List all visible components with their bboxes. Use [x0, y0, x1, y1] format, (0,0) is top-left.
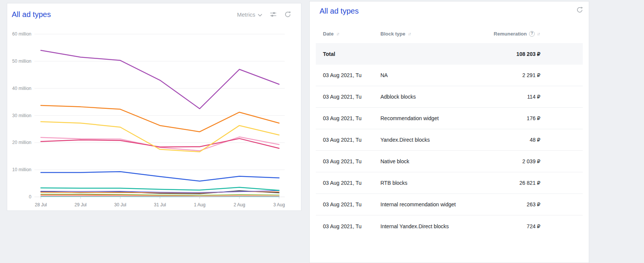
cell-block-type: Yandex.Direct blocks: [380, 137, 476, 143]
table-row[interactable]: 03 Aug 2021, Tu Adblock blocks 114 ₽: [316, 86, 583, 108]
x-axis-label: 31 Jul: [154, 202, 166, 207]
cell-date: 03 Aug 2021, Tu: [316, 158, 380, 164]
chart-line-light-pink: [41, 137, 279, 151]
y-axis-label: 50 million: [12, 59, 31, 64]
metrics-dropdown[interactable]: Metrics: [237, 11, 262, 18]
x-axis-label: 1 Aug: [194, 202, 206, 207]
chart-line-purple: [41, 50, 279, 108]
x-axis-label: 28 Jul: [35, 202, 47, 207]
cell-date: 03 Aug 2021, Tu: [316, 223, 380, 229]
total-remuneration: 108 203 ₽: [476, 51, 540, 57]
chart-controls: Metrics: [237, 11, 291, 18]
y-axis-label: 40 million: [12, 86, 31, 91]
chart-line-orange: [41, 105, 279, 132]
table-row[interactable]: 03 Aug 2021, Tu Native block 2 039 ₽: [316, 151, 583, 172]
cell-block-type: Internal recommendation widget: [380, 201, 476, 207]
cell-block-type: RTB blocks: [380, 180, 476, 186]
chevron-down-icon: [258, 11, 262, 18]
column-header-block-type[interactable]: Block type ↓↑: [380, 31, 476, 37]
cell-date: 03 Aug 2021, Tu: [316, 115, 380, 121]
column-header-remuneration[interactable]: Remuneration ? ↓↑: [476, 31, 540, 37]
chart-panel: All ad types Metrics: [7, 3, 301, 211]
refresh-icon[interactable]: [284, 11, 291, 18]
table-row[interactable]: 03 Aug 2021, Tu NA 2 291 ₽: [316, 65, 583, 86]
table-row[interactable]: 03 Aug 2021, Tu Recommendation widget 17…: [316, 108, 583, 129]
table-row[interactable]: 03 Aug 2021, Tu Yandex.Direct blocks 48 …: [316, 129, 583, 151]
sliders-icon[interactable]: [270, 11, 277, 18]
table-total-row[interactable]: Total 108 203 ₽: [316, 43, 583, 65]
cell-remuneration: 176 ₽: [476, 115, 540, 121]
column-header-date-label: Date: [323, 31, 334, 37]
chart-svg: 60 million50 million40 million30 million…: [7, 3, 302, 210]
cell-block-type: Recommendation widget: [380, 115, 476, 121]
cell-block-type: Internal Yandex.Direct blocks: [380, 223, 476, 229]
x-axis-label: 29 Jul: [74, 202, 87, 207]
chart-line-blue: [41, 172, 279, 181]
cell-remuneration: 2 291 ₽: [476, 72, 540, 78]
chart-panel-title: All ad types: [12, 10, 51, 19]
column-header-block-type-label: Block type: [380, 31, 405, 37]
y-axis-label: 0: [29, 194, 31, 200]
y-axis-label: 10 million: [12, 167, 31, 172]
chart-line-teal: [41, 187, 279, 190]
x-axis-label: 30 Jul: [114, 202, 126, 207]
chart-line-salmon: [41, 196, 279, 196]
table-row[interactable]: 03 Aug 2021, Tu RTB blocks 26 821 ₽: [316, 172, 583, 194]
cell-remuneration: 48 ₽: [476, 137, 540, 143]
column-header-remuneration-label: Remuneration: [494, 31, 527, 37]
remuneration-table: Date ↓↑ Block type ↓↑ Remuneration ? ↓↑ …: [316, 24, 583, 237]
cell-date: 03 Aug 2021, Tu: [316, 201, 380, 207]
cell-date: 03 Aug 2021, Tu: [316, 72, 380, 78]
table-row[interactable]: 03 Aug 2021, Tu Internal Yandex.Direct b…: [316, 215, 583, 237]
chart-panel-header: All ad types Metrics: [7, 3, 301, 25]
table-panel: All ad types Date ↓↑ Block type ↓↑ Remun…: [309, 1, 589, 263]
y-axis-label: 60 million: [12, 31, 31, 37]
x-axis-label: 2 Aug: [234, 202, 245, 207]
table-rows: 03 Aug 2021, Tu NA 2 291 ₽ 03 Aug 2021, …: [316, 65, 583, 237]
cell-date: 03 Aug 2021, Tu: [316, 180, 380, 186]
column-header-date[interactable]: Date ↓↑: [316, 31, 380, 37]
total-label: Total: [316, 51, 380, 57]
sort-icon[interactable]: ↓↑: [336, 31, 340, 36]
cell-date: 03 Aug 2021, Tu: [316, 94, 380, 100]
y-axis-label: 30 million: [12, 113, 31, 118]
chart-line-crimson: [41, 139, 279, 149]
table-row[interactable]: 03 Aug 2021, Tu Internal recommendation …: [316, 194, 583, 215]
cell-block-type: Native block: [380, 158, 476, 164]
table-panel-header: All ad types: [310, 2, 589, 23]
cell-date: 03 Aug 2021, Tu: [316, 137, 380, 143]
refresh-icon[interactable]: [576, 6, 583, 13]
help-icon[interactable]: ?: [529, 31, 535, 37]
y-axis-label: 20 million: [12, 140, 31, 145]
cell-block-type: NA: [380, 72, 476, 78]
cell-remuneration: 114 ₽: [476, 94, 540, 100]
x-axis-label: 3 Aug: [273, 202, 285, 207]
cell-remuneration: 263 ₽: [476, 201, 540, 207]
table-panel-title: All ad types: [320, 7, 583, 15]
metrics-dropdown-label: Metrics: [237, 11, 255, 18]
table-header-row: Date ↓↑ Block type ↓↑ Remuneration ? ↓↑: [316, 24, 583, 43]
cell-block-type: Adblock blocks: [380, 94, 476, 100]
cell-remuneration: 724 ₽: [476, 223, 540, 229]
cell-remuneration: 26 821 ₽: [476, 180, 540, 186]
sort-icon[interactable]: ↓↑: [537, 31, 540, 36]
sort-icon[interactable]: ↓↑: [408, 31, 411, 36]
cell-remuneration: 2 039 ₽: [476, 158, 540, 164]
